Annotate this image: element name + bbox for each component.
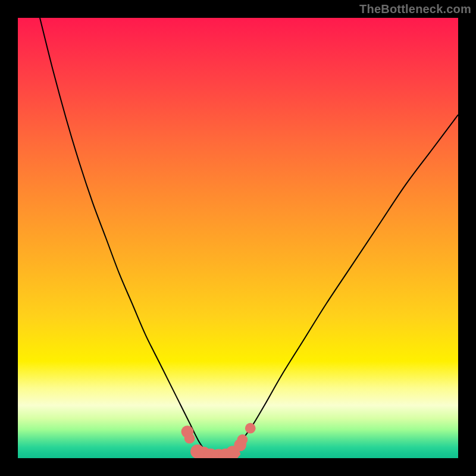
series-right-curve <box>229 115 458 454</box>
series-left-curve <box>40 18 207 454</box>
marker-10 <box>245 423 256 434</box>
plot-area <box>18 18 458 458</box>
chart-svg <box>18 18 458 458</box>
chart-frame: TheBottleneck.com <box>0 0 476 476</box>
curve-group <box>40 18 458 458</box>
watermark-text: TheBottleneck.com <box>359 2 471 16</box>
marker-9 <box>237 434 248 445</box>
marker-group <box>181 423 256 458</box>
marker-1 <box>184 433 195 444</box>
